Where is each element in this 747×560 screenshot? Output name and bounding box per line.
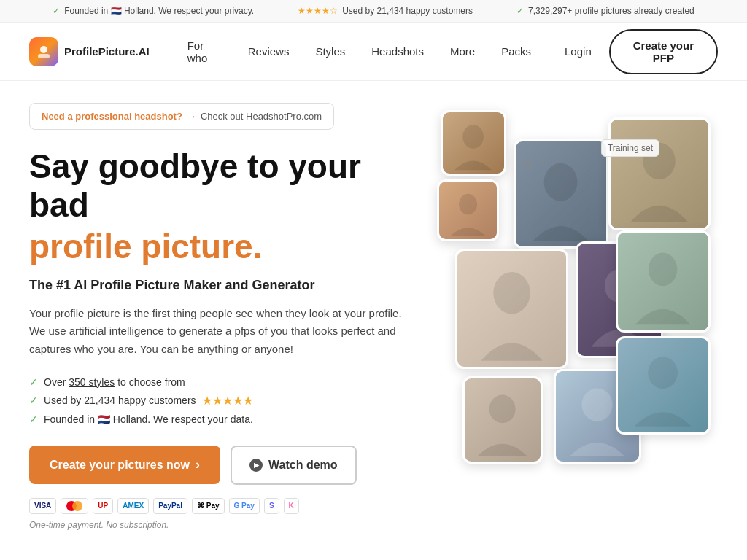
photo-card-4 [608,117,711,230]
create-pfp-button[interactable]: Create your PFP [609,29,718,74]
watch-demo-button[interactable]: ▶ Watch demo [231,446,357,485]
payment-icons: VISA UP AMEX PayPal ⌘ Pay G Pay S K [29,498,419,514]
google-pay-icon: G Pay [229,498,260,514]
headline-accent: profile picture. [29,228,419,266]
hero-right: Training set ↷ [433,96,718,475]
page-subtitle: The #1 AI Profile Picture Maker and Gene… [29,278,419,293]
arrow-right-icon: › [196,457,200,472]
nav-styles[interactable]: Styles [305,39,355,63]
photo-card-8 [462,376,543,464]
svg-point-4 [463,125,484,149]
nav-more[interactable]: More [440,39,485,63]
alert-arrow-icon: → [187,111,196,122]
svg-point-12 [582,388,613,421]
photo-card-5 [455,249,568,369]
photo-card-3 [514,139,608,249]
photo-card-1 [441,110,506,176]
topbar-item-2: ★★★★☆ Used by 21,434 happy customers [298,6,473,16]
check-icon-3: ✓ [516,6,524,16]
top-bar: ✓ Founded in 🇳🇱 Holland. We respect your… [0,0,747,23]
hero-description: Your profile picture is the first thing … [29,305,409,359]
svg-point-0 [40,46,47,53]
logo[interactable]: ProfilePicture.AI [29,37,150,66]
headshot-alert[interactable]: Need a professional headshot? → Check ou… [29,103,334,130]
navbar: ProfilePicture.AI For who Reviews Styles… [0,23,747,81]
create-pictures-button[interactable]: Create your pictures now › [29,446,220,484]
amex-icon: AMEX [117,498,149,514]
alert-bold-text: Need a professional headshot? [42,111,182,122]
logo-text: ProfilePicture.AI [64,45,150,58]
check-icon-1: ✓ [53,6,60,16]
check-item-1: ✓ Over 350 styles to choose from [29,376,419,388]
inline-stars: ★★★★★ [202,394,253,408]
star-rating: ★★★★☆ [298,6,338,16]
login-button[interactable]: Login [553,39,603,63]
klarna-icon: K [284,498,299,514]
styles-link[interactable]: 350 styles [69,376,115,388]
check-icon-a: ✓ [29,376,38,388]
stripe-icon: S [264,498,279,514]
paypal-icon: PayPal [153,498,187,514]
nav-packs[interactable]: Packs [491,39,541,63]
checklist: ✓ Over 350 styles to choose from ✓ Used … [29,376,419,425]
svg-point-8 [493,272,530,314]
check-icon-c: ✓ [29,413,38,425]
headline-main: Say goodbye to your bad [29,147,419,225]
svg-point-6 [544,163,578,201]
alert-link-text: Check out HeadshotPro.com [201,111,322,122]
mastercard-icon [61,498,88,514]
photo-card-7 [616,230,711,332]
svg-point-11 [489,395,516,424]
nav-reviews[interactable]: Reviews [238,39,300,63]
topbar-item-1: ✓ Founded in 🇳🇱 Holland. We respect your… [53,6,254,16]
payment-note: One-time payment. No subscription. [29,520,419,530]
hero-left: Need a professional headshot? → Check ou… [29,103,419,530]
nav-headshots[interactable]: Headshots [361,39,434,63]
check-icon-b: ✓ [29,394,38,406]
apple-pay-icon: ⌘ Pay [192,498,225,514]
check-item-3: ✓ Founded in 🇳🇱 Holland. We respect your… [29,413,419,425]
nav-for-who[interactable]: For who [177,34,232,70]
svg-point-13 [649,357,678,389]
svg-rect-1 [38,54,50,58]
training-set-label: Training set [601,139,659,157]
play-icon: ▶ [249,459,263,472]
svg-point-5 [459,194,477,215]
svg-point-3 [72,501,82,511]
privacy-link[interactable]: We respect your data. [153,413,253,425]
logo-icon [29,37,58,66]
visa-icon: VISA [29,498,56,514]
unionpay-icon: UP [93,498,113,514]
image-collage: Training set ↷ [433,96,718,475]
cta-buttons: Create your pictures now › ▶ Watch demo [29,446,419,485]
svg-point-10 [649,253,677,287]
main-content: Need a professional headshot? → Check ou… [0,81,747,530]
photo-card-10 [616,336,711,435]
topbar-item-3: ✓ 7,329,297+ profile pictures already cr… [516,6,694,16]
arrow-curve-icon: ↷ [521,158,532,174]
photo-card-2 [437,179,499,241]
check-item-2: ✓ Used by 21,434 happy customers ★★★★★ [29,394,419,408]
